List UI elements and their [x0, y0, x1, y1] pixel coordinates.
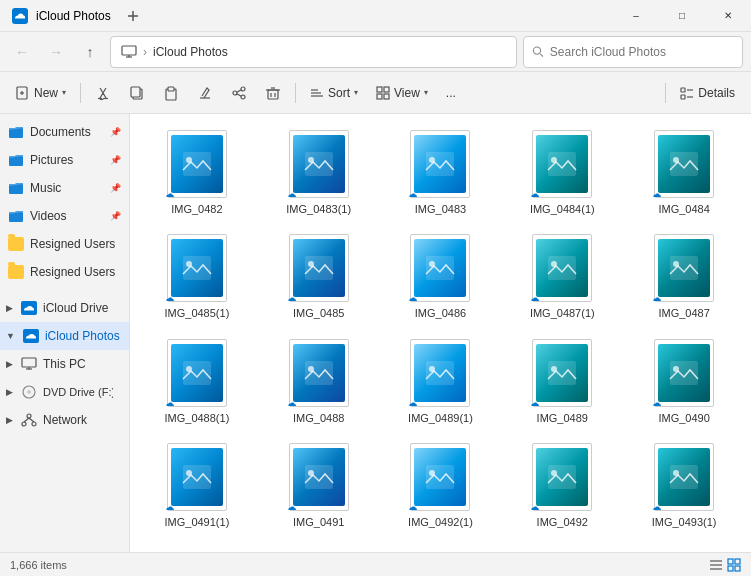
sidebar-item-resigned1[interactable]: Resigned Users — [0, 230, 129, 258]
file-page — [167, 339, 227, 407]
file-page-content — [414, 135, 466, 193]
breadcrumb-path: iCloud Photos — [153, 45, 228, 59]
cut-button[interactable] — [87, 77, 119, 109]
breadcrumb-bar[interactable]: › iCloud Photos — [110, 36, 517, 68]
file-item[interactable]: IMG_0491 — [260, 435, 378, 535]
svg-line-7 — [540, 54, 543, 57]
cloud-badge — [287, 400, 297, 408]
svg-rect-37 — [681, 95, 685, 99]
maximize-button[interactable]: □ — [659, 0, 705, 32]
file-item[interactable]: IMG_0482 — [138, 122, 256, 222]
documents-label: Documents — [30, 125, 91, 139]
videos-label: Videos — [30, 209, 66, 223]
file-item[interactable]: IMG_0489(1) — [382, 331, 500, 431]
svg-point-6 — [533, 47, 540, 54]
sidebar-item-icloud-drive[interactable]: ▶ iCloud Drive — [0, 294, 129, 322]
copy-button[interactable] — [121, 77, 153, 109]
cloud-icon — [408, 400, 418, 408]
share-button[interactable] — [223, 77, 255, 109]
file-thumbnail — [404, 337, 476, 409]
svg-point-56 — [186, 157, 192, 163]
file-item[interactable]: IMG_0485 — [260, 226, 378, 326]
image-content-icon — [668, 150, 700, 178]
list-view-icon[interactable] — [709, 558, 723, 572]
file-item[interactable]: IMG_0490 — [625, 331, 743, 431]
file-item[interactable]: IMG_0486 — [382, 226, 500, 326]
up-button[interactable]: ↑ — [76, 38, 104, 66]
details-button[interactable]: Details — [672, 77, 743, 109]
new-button[interactable]: New ▾ — [8, 77, 74, 109]
icloud-photos-expander: ▼ — [6, 331, 15, 341]
svg-rect-16 — [168, 87, 174, 91]
sidebar-item-videos[interactable]: Videos 📌 — [0, 202, 129, 230]
sidebar-item-icloud-photos[interactable]: ▼ iCloud Photos — [0, 322, 129, 350]
svg-point-51 — [22, 422, 26, 426]
more-button[interactable]: ... — [438, 77, 464, 109]
rename-button[interactable] — [189, 77, 221, 109]
dvd-icon — [21, 385, 37, 399]
cloud-badge — [165, 295, 175, 303]
file-label: IMG_0491(1) — [164, 515, 229, 529]
forward-button[interactable]: → — [42, 38, 70, 66]
back-button[interactable]: ← — [8, 38, 36, 66]
svg-rect-61 — [548, 152, 576, 176]
sort-icon — [310, 86, 324, 100]
file-item[interactable]: IMG_0493(1) — [625, 435, 743, 535]
svg-rect-57 — [305, 152, 333, 176]
toolbar: New ▾ Sort ▾ View ▾ ... — [0, 72, 751, 114]
svg-point-19 — [241, 95, 245, 99]
sidebar-item-resigned2[interactable]: Resigned Users — [0, 258, 129, 286]
image-content-icon — [546, 254, 578, 282]
file-item[interactable]: IMG_0492 — [503, 435, 621, 535]
file-page — [289, 339, 349, 407]
svg-rect-75 — [183, 361, 211, 385]
image-content-icon — [668, 359, 700, 387]
sidebar-item-dvd-drive[interactable]: ▶ DVD Drive (F:) vi — [0, 378, 129, 406]
file-item[interactable]: IMG_0489 — [503, 331, 621, 431]
file-page — [532, 339, 592, 407]
image-content-icon — [303, 359, 335, 387]
delete-button[interactable] — [257, 77, 289, 109]
file-item[interactable]: IMG_0488(1) — [138, 331, 256, 431]
breadcrumb-separator: › — [143, 45, 147, 59]
file-label: IMG_0489 — [537, 411, 588, 425]
sidebar-item-music[interactable]: Music 📌 — [0, 174, 129, 202]
image-content-icon — [546, 150, 578, 178]
file-page — [654, 339, 714, 407]
view-button[interactable]: View ▾ — [368, 77, 436, 109]
image-content-icon — [303, 463, 335, 491]
file-item[interactable]: IMG_0487(1) — [503, 226, 621, 326]
file-item[interactable]: IMG_0484 — [625, 122, 743, 222]
file-thumbnail — [404, 232, 476, 304]
file-item[interactable]: IMG_0488 — [260, 331, 378, 431]
sep1 — [80, 83, 81, 103]
sidebar-item-pictures[interactable]: Pictures 📌 — [0, 146, 129, 174]
sort-button[interactable]: Sort ▾ — [302, 77, 366, 109]
file-item[interactable]: IMG_0484(1) — [503, 122, 621, 222]
minimize-button[interactable]: – — [613, 0, 659, 32]
file-item[interactable]: IMG_0483 — [382, 122, 500, 222]
search-input[interactable] — [550, 45, 734, 59]
svg-point-58 — [308, 157, 314, 163]
close-button[interactable]: ✕ — [705, 0, 751, 32]
file-item[interactable]: IMG_0487 — [625, 226, 743, 326]
videos-icon — [8, 209, 24, 223]
sidebar-item-network[interactable]: ▶ Network — [0, 406, 129, 434]
file-page-content — [536, 135, 588, 193]
svg-rect-23 — [268, 90, 278, 99]
svg-rect-63 — [670, 152, 698, 176]
file-item[interactable]: IMG_0491(1) — [138, 435, 256, 535]
sidebar-item-this-pc[interactable]: ▶ This PC — [0, 350, 129, 378]
file-page-content — [536, 448, 588, 506]
grid-view-icon[interactable] — [727, 558, 741, 572]
file-item[interactable]: IMG_0483(1) — [260, 122, 378, 222]
sidebar-item-documents[interactable]: Documents 📌 — [0, 118, 129, 146]
file-item[interactable]: IMG_0485(1) — [138, 226, 256, 326]
search-bar[interactable] — [523, 36, 743, 68]
image-content-icon — [668, 463, 700, 491]
paste-button[interactable] — [155, 77, 187, 109]
image-content-icon — [424, 463, 456, 491]
new-tab-button[interactable] — [117, 0, 149, 32]
file-item[interactable]: IMG_0492(1) — [382, 435, 500, 535]
file-label: IMG_0490 — [658, 411, 709, 425]
